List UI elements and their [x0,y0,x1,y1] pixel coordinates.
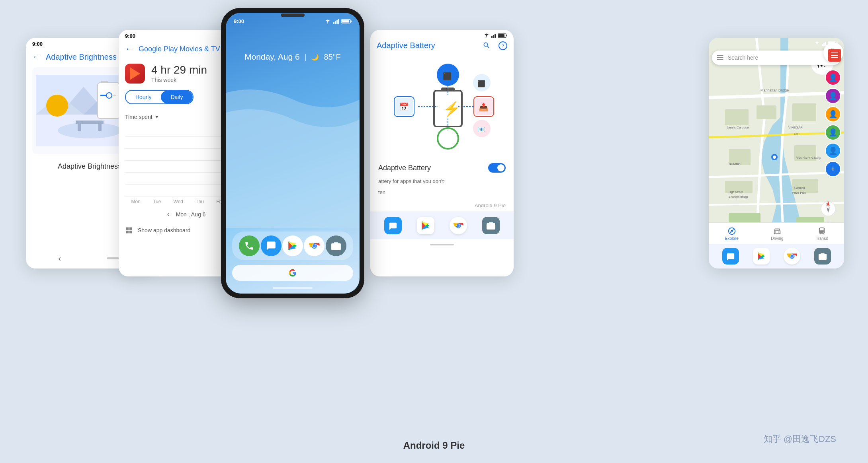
maps-dock-messages[interactable] [722,248,739,265]
svg-rect-85 [792,179,818,193]
svg-rect-43 [493,35,494,38]
movies-app-icon [125,64,145,84]
avatar-add[interactable]: + [825,161,841,177]
center-dock-row [232,231,353,260]
maps-dock-camera[interactable] [814,248,831,265]
center-phone: 9:00 [221,8,364,298]
battery-status-icons [483,33,507,38]
tab-hourly[interactable]: Hourly [126,91,161,103]
center-phone-wrapper: 9:00 [221,8,364,298]
tab-daily[interactable]: Daily [161,91,192,103]
svg-text:⬛: ⬛ [477,80,485,88]
battery-dock-camera[interactable] [482,217,500,234]
maps-signal-icon [822,41,827,46]
svg-point-41 [313,244,316,247]
movies-back-arrow[interactable]: ← [125,44,134,54]
svg-rect-14 [78,124,81,131]
maps-dock-chrome[interactable] [784,248,800,265]
svg-point-63 [438,128,458,149]
svg-rect-73 [823,43,825,46]
svg-rect-31 [333,22,334,24]
phone-notch [281,14,305,17]
avatar-2[interactable]: 👤 [825,88,841,104]
svg-rect-28 [129,228,132,230]
svg-point-12 [58,123,121,138]
avatar-3[interactable]: 👤 [825,106,841,122]
battery-desc2: ten [370,189,514,200]
avatar-4[interactable]: 👤 [825,125,841,140]
battery-help-icon[interactable]: ? [499,41,507,50]
svg-point-20 [106,93,112,98]
time-spent-arrow: ▾ [156,114,158,120]
maps-dock-play[interactable] [753,248,770,265]
svg-text:⚡: ⚡ [443,100,461,117]
svg-rect-80 [757,105,776,119]
phone-svg [244,241,254,251]
explore-label: Explore [725,236,739,241]
maps-menu-icon[interactable] [717,54,725,62]
svg-text:📅: 📅 [399,102,409,112]
svg-rect-17 [101,81,108,83]
maps-nav-transit[interactable]: Transit [816,227,828,241]
google-g-icon [289,269,297,277]
battery-dock-chrome[interactable] [450,217,467,234]
svg-rect-16 [98,83,119,119]
time-spent-text: Time spent [125,114,152,120]
dock-chrome-icon[interactable] [304,235,325,256]
play-movie-icon [129,66,141,81]
svg-rect-114 [717,59,723,60]
svg-text:📧: 📧 [477,126,485,133]
avatar-1[interactable]: 👤 [825,70,841,86]
center-battery-icon [341,19,352,24]
maps-nav-explore[interactable]: Explore [725,227,739,241]
driving-label: Driving [771,236,783,241]
chrome-svg [308,240,320,252]
movies-title: Google Play Movies & TV [139,45,220,53]
scene: 9:00 ← Adaptive Brightness [0,0,868,463]
svg-rect-13 [76,121,104,124]
maps-play-icon [757,251,766,261]
svg-text:Plaza Park: Plaza Park [792,191,806,194]
avatar-5[interactable]: 👤 [825,143,841,159]
battery-header: Adaptive Battery ? [370,39,514,55]
home-pill[interactable] [273,287,313,289]
brightness-time: 9:00 [32,41,43,47]
brightness-back-arrow[interactable]: ← [32,52,41,62]
center-search-bar[interactable] [232,265,353,281]
battery-toggle[interactable] [488,163,506,173]
maps-status-bar [709,38,844,47]
battery-signal-icon [491,33,496,38]
svg-rect-36 [342,20,349,23]
svg-rect-74 [825,42,826,46]
movies-week-label: This week [151,77,176,83]
svg-rect-42 [491,36,493,38]
battery-home-pill[interactable] [430,244,454,245]
center-signal-icon [333,19,339,24]
svg-text:DUMBO: DUMBO [729,162,741,166]
center-divider: | [305,53,307,61]
explore-icon [727,227,736,235]
center-date-weather: Monday, Aug 6 | 🌙 85°F [226,24,360,70]
movies-tab-bar: Hourly Daily [125,90,194,104]
svg-rect-29 [126,231,129,233]
nav-date-back[interactable]: ‹ [167,210,170,218]
maps-search-overlay[interactable]: Search here 🗺 [712,51,841,65]
maps-bottom-nav: Explore Driving Transit [709,222,844,245]
dock-camera-icon[interactable] [326,235,346,256]
svg-text:York Street Subway: York Street Subway [796,157,821,160]
maps-nav-driving[interactable]: Driving [771,227,783,241]
battery-dock-messages[interactable] [384,217,402,234]
dock-play-icon[interactable] [282,235,303,256]
maps-hamburger[interactable] [828,49,841,62]
svg-rect-77 [837,43,838,44]
battery-dock-play[interactable] [417,217,434,234]
dock-messages-icon[interactable] [261,235,282,256]
svg-point-116 [778,231,780,233]
brightness-nav-back[interactable]: ‹ [58,254,61,263]
battery-search-icon[interactable] [483,41,491,49]
day-wed: Wed [174,199,183,204]
movies-time-info: 4 hr 29 min This week [151,64,207,84]
camera-svg [331,241,341,250]
dock-phone-icon[interactable] [239,235,260,256]
maps-chrome-icon [786,251,798,262]
